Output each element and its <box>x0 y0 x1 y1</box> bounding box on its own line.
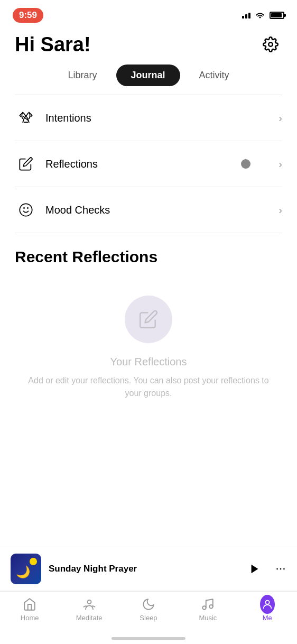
pencil-icon <box>15 153 37 175</box>
hands-pray-icon <box>15 107 37 129</box>
svg-point-8 <box>87 600 91 604</box>
smiley-icon <box>15 199 37 221</box>
home-indicator <box>112 637 185 640</box>
moon-icon: 🌙 <box>16 565 30 579</box>
empty-state: Your Reflections Add or edit your reflec… <box>0 274 297 410</box>
header: Hi Sara! <box>0 29 297 65</box>
player-title: Sunday Night Prayer <box>49 564 238 574</box>
greeting-text: Hi Sara! <box>15 33 91 56</box>
nav-music[interactable]: Music <box>192 597 224 622</box>
nav-sleep[interactable]: Sleep <box>133 597 164 622</box>
intentions-label: Intentions <box>45 112 279 124</box>
player-thumbnail: 🌙 <box>11 554 41 584</box>
journal-menu-list: Intentions › Reflections › Mood Checks › <box>0 95 297 233</box>
status-bar: 9:59 <box>0 0 297 29</box>
nav-meditate[interactable]: Meditate <box>73 597 105 622</box>
svg-point-5 <box>276 568 278 570</box>
recent-reflections-title: Recent Reflections <box>0 233 297 274</box>
mood-checks-label: Mood Checks <box>45 204 279 216</box>
tab-library[interactable]: Library <box>53 65 112 86</box>
reflections-item[interactable]: Reflections › <box>15 141 282 187</box>
svg-point-11 <box>265 601 269 604</box>
nav-me-label: Me <box>263 614 272 622</box>
reflections-chevron: › <box>279 158 282 170</box>
nav-sleep-label: Sleep <box>140 614 157 622</box>
player-controls <box>245 559 286 578</box>
music-icon <box>200 597 215 612</box>
home-icon <box>22 597 37 612</box>
more-options-button[interactable] <box>275 563 286 575</box>
intentions-item[interactable]: Intentions › <box>15 95 282 141</box>
player-info: Sunday Night Prayer <box>49 564 238 574</box>
bottom-navigation: Home Meditate Sleep Mus <box>0 591 297 644</box>
svg-point-0 <box>268 42 273 47</box>
svg-point-7 <box>283 568 285 570</box>
empty-state-icon-circle <box>125 296 172 343</box>
nav-home-label: Home <box>21 614 39 622</box>
tab-activity[interactable]: Activity <box>184 65 244 86</box>
meditate-icon <box>82 597 97 612</box>
tab-journal[interactable]: Journal <box>116 65 180 86</box>
tab-bar: Library Journal Activity <box>0 65 297 95</box>
svg-marker-4 <box>252 565 258 574</box>
empty-state-description: Add or edit your reflections. You can al… <box>21 374 276 400</box>
nav-home[interactable]: Home <box>14 597 45 622</box>
signal-icon <box>242 13 250 19</box>
play-button[interactable] <box>245 559 264 578</box>
mood-checks-item[interactable]: Mood Checks › <box>15 187 282 233</box>
wifi-icon <box>255 10 265 21</box>
nav-me[interactable]: Me <box>252 597 283 622</box>
settings-button[interactable] <box>259 33 282 56</box>
me-avatar-icon <box>260 597 275 612</box>
svg-point-1 <box>20 204 32 216</box>
status-time: 9:59 <box>13 8 43 23</box>
mini-player[interactable]: 🌙 Sunday Night Prayer <box>0 547 297 591</box>
svg-point-6 <box>280 568 282 570</box>
status-icons <box>242 10 284 21</box>
empty-state-title: Your Reflections <box>110 356 187 368</box>
intentions-chevron: › <box>279 112 282 124</box>
battery-icon <box>270 12 284 19</box>
svg-point-9 <box>203 606 207 610</box>
nav-music-label: Music <box>199 614 217 622</box>
sleep-icon <box>141 597 156 612</box>
drag-indicator <box>241 159 250 169</box>
mood-checks-chevron: › <box>279 204 282 216</box>
nav-meditate-label: Meditate <box>76 614 103 622</box>
